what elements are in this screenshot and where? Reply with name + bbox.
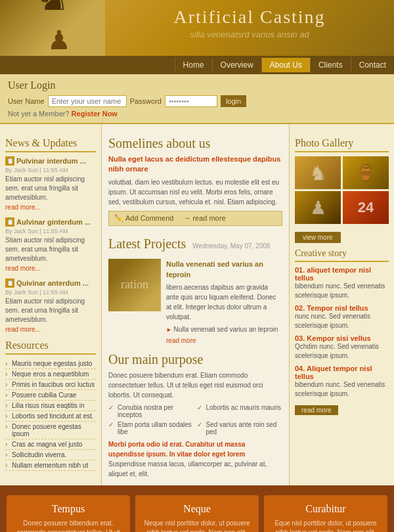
navigation: Home Overview About Us Clients Contact <box>0 56 394 74</box>
project-desc-text: libero.aecenas dapibus am gravida ante q… <box>166 282 282 322</box>
footer-box-curabitur: Curabitur Eque nisl porttitor dolor, ut … <box>264 495 387 532</box>
creative-item-text-2: nunc nunc. Sed venenatis scelerisque ips… <box>295 312 389 330</box>
gallery-image-3[interactable]: ♟ <box>295 191 341 224</box>
news-by-3: By Jack Sun | 11:55 AM <box>5 289 96 296</box>
project-read-more[interactable]: read more <box>166 336 282 345</box>
gallery-chess-icon-2: ♟ <box>310 197 326 219</box>
register-prompt: Not yet a Member? Register Now <box>8 110 386 118</box>
footer-box-text-1: Donec posuere bibendum erat. commodo con… <box>13 519 123 532</box>
creative-item-2: 02. Tempor nisl tellus nunc nunc. Sed ve… <box>295 304 389 330</box>
news-read-more-2[interactable]: read more... <box>5 265 96 272</box>
login-title: User Login <box>8 79 386 91</box>
news-icon-2: 📋 <box>5 217 14 227</box>
purpose-item: Conubia nostra per inceptos <box>108 404 194 418</box>
creative-item-title-2[interactable]: 02. Tempor nisl tellus <box>295 304 389 312</box>
news-icon-1: 📋 <box>5 156 14 166</box>
resources-heading: Resources <box>5 340 96 355</box>
chess-decoration: ♞♟ <box>0 0 105 56</box>
projects-date: Wednesday, May 07, 2008 <box>192 242 270 250</box>
creative-item-3: 03. Kempor sisi vellus Qchdim nunc. Sed … <box>295 334 389 361</box>
list-item[interactable]: Cras ac magna vel justo <box>5 439 96 450</box>
news-item: 📋 Aulvinar ginterdum ... By Jack Sun | 1… <box>5 217 96 272</box>
password-input[interactable] <box>165 95 217 107</box>
news-read-more-3[interactable]: read more... <box>5 326 96 333</box>
about-red-text: Nulla eget lacus ac deidictum ellestesqu… <box>108 154 282 175</box>
project-img-text: ration <box>121 278 148 292</box>
creative-item-text-4: bibendum nunc. Sed venenatis scelerisque… <box>295 380 389 399</box>
nav-home[interactable]: Home <box>175 58 212 72</box>
list-item[interactable]: Primis in faucibus orci luctus <box>5 380 96 390</box>
login-fields: User Name Password login <box>8 95 386 107</box>
gallery-image-1[interactable]: ♞ <box>295 156 341 189</box>
purpose-item: Lobortis ac mauris mauris <box>197 404 283 418</box>
list-item[interactable]: Donec posuere egestas ipsum <box>5 422 96 439</box>
footer-boxes: Tempus Donec posuere bibendum erat. comm… <box>0 485 394 532</box>
creative-item-text-1: bibendum nunc. Sed venenatis scelerisque… <box>295 282 389 300</box>
gallery-image-4[interactable]: 24 <box>343 191 389 224</box>
news-read-more-1[interactable]: read more... <box>5 204 96 211</box>
news-by-1: By Jack Sun | 11:55 AM <box>5 167 96 173</box>
about-heading: Somelines about us <box>108 136 282 151</box>
username-input[interactable] <box>48 95 127 107</box>
action-bar: ✏️ Add Commend → read more <box>108 211 282 226</box>
list-item[interactable]: Posuere cubilia Curae <box>5 390 96 401</box>
add-comment-link[interactable]: ✏️ Add Commend <box>114 214 173 223</box>
news-title-2[interactable]: Aulvinar ginterdum ... <box>16 218 91 226</box>
gallery-vase-icon: 🏺 <box>356 164 376 182</box>
login-button[interactable]: login <box>221 95 246 107</box>
register-link[interactable]: Register Now <box>72 110 118 118</box>
right-column: Photo Gallery ♞ 🏺 ♟ 24 view more Creativ… <box>289 124 394 485</box>
project-desc-heading: Nulla venenati sed varius an teproin <box>166 259 282 280</box>
list-item[interactable]: Lilia risus risus eaqtitis in <box>5 401 96 411</box>
purpose-item: Etam porta ullam sodales libe <box>108 421 194 435</box>
news-title-3[interactable]: Quivinar anterdum ... <box>16 279 89 287</box>
footer-box-neque: Neque Neque nisl porttitor dolor, ut pos… <box>135 495 259 532</box>
news-text-3: Etiam auctor nisl adipiscing sem. erat u… <box>5 297 96 324</box>
site-title: Artificial Casting <box>105 7 394 28</box>
nav-contact[interactable]: Contact <box>351 58 394 72</box>
creative-item-title-3[interactable]: 03. Kempor sisi vellus <box>295 334 389 342</box>
news-title-1[interactable]: Pulvinar interdum ... <box>16 157 86 165</box>
project-image: ration <box>108 259 161 311</box>
list-item[interactable]: Nullam elementum nibh ut <box>5 460 96 471</box>
news-icon-3: 📋 <box>5 278 14 288</box>
gallery-image-2[interactable]: 🏺 <box>343 156 389 189</box>
nav-overview[interactable]: Overview <box>212 58 261 72</box>
news-text-1: Etiam auctor nisl adipiscing sem. erat u… <box>5 175 96 202</box>
footer-box-title-1: Tempus <box>13 503 123 515</box>
gallery-num-icon: 24 <box>358 199 374 216</box>
list-item: Nulla venenati sed varius an teproin <box>166 324 282 335</box>
creative-item-4: 04. Aliquet tempor nisl tellus bibendum … <box>295 365 389 399</box>
password-label: Password <box>130 97 162 105</box>
news-by-2: By Jack Sun | 11:55 AM <box>5 228 96 234</box>
project-content: ration Nulla venenati sed varius an tepr… <box>108 259 282 346</box>
creative-read-more-button[interactable]: read more <box>295 405 338 415</box>
project-description: Nulla venenati sed varius an teproin lib… <box>166 259 282 346</box>
gallery-chess-icon: ♞ <box>309 162 327 185</box>
footer-box-title-2: Neque <box>142 503 252 515</box>
creative-item-1: 01. aliquet tempor nisl tellus bibendum … <box>295 266 389 300</box>
arrow-icon: → <box>183 214 190 222</box>
list-item[interactable]: Neque eros a nequetiblum <box>5 369 96 380</box>
nav-clients[interactable]: Clients <box>310 58 351 72</box>
footer-box-text-2: Neque nisl porttitor dolor, ut posuere n… <box>142 519 252 532</box>
main-content: News & Updates 📋 Pulvinar interdum ... B… <box>0 124 394 485</box>
creative-story-heading: Creative story <box>295 248 389 262</box>
projects-header: Latest Projects Wednesday, May 07, 2008 <box>108 231 282 255</box>
list-item[interactable]: Mauris neque egestas justo <box>5 359 96 369</box>
project-bullets: Nulla venenati sed varius an teproin <box>166 324 282 335</box>
resources-list: Mauris neque egestas justo Neque eros a … <box>5 359 96 471</box>
purpose-item: Sed varius ante roin sed ped <box>197 421 283 435</box>
read-more-link[interactable]: → read more <box>183 214 225 222</box>
nav-about-us[interactable]: About Us <box>261 58 310 72</box>
comment-icon: ✏️ <box>114 214 123 223</box>
creative-item-title-4[interactable]: 04. Aliquet tempor nisl tellus <box>295 365 389 380</box>
creative-item-title-1[interactable]: 01. aliquet tempor nisl tellus <box>295 266 389 282</box>
list-item[interactable]: Sollicitudin viverra. <box>5 450 96 460</box>
left-column: News & Updates 📋 Pulvinar interdum ... B… <box>0 124 102 485</box>
list-item[interactable]: Lobortis sed tincidunt at est. <box>5 411 96 422</box>
footer-box-tempus: Tempus Donec posuere bibendum erat. comm… <box>7 495 130 532</box>
login-area: User Login User Name Password login Not … <box>0 74 394 124</box>
view-more-button[interactable]: view more <box>295 232 341 243</box>
purpose-footer: Morbi porta odio id erat. Curabitur ut m… <box>108 439 282 479</box>
